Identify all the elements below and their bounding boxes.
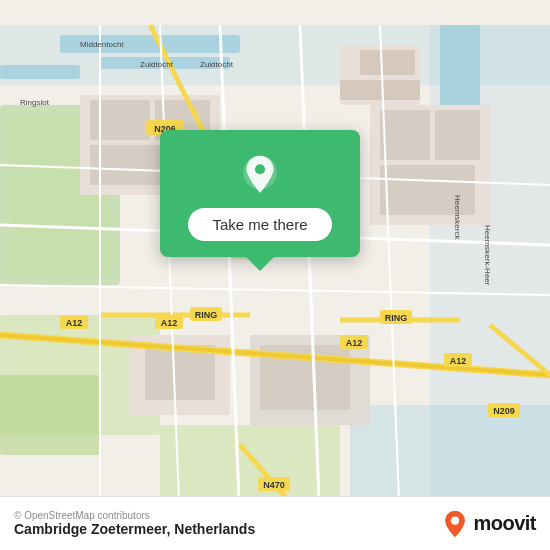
- svg-text:RING: RING: [195, 310, 218, 320]
- take-me-there-button[interactable]: Take me there: [188, 208, 331, 241]
- svg-text:A12: A12: [66, 318, 83, 328]
- svg-rect-21: [435, 110, 480, 160]
- map-container: N206 A12 A12 A12 A12 RING RING N470 N209…: [0, 0, 550, 550]
- location-pin-icon: [238, 154, 282, 198]
- svg-text:Ringslot: Ringslot: [20, 98, 50, 107]
- svg-text:Heemskerck: Heemskerck: [453, 195, 462, 240]
- svg-text:A12: A12: [346, 338, 363, 348]
- location-popup: Take me there: [160, 130, 360, 257]
- location-info: © OpenStreetMap contributors Cambridge Z…: [14, 510, 255, 537]
- moovit-logo: moovit: [441, 510, 536, 538]
- svg-rect-4: [0, 65, 80, 79]
- map-attribution: © OpenStreetMap contributors: [14, 510, 255, 521]
- svg-text:A12: A12: [161, 318, 178, 328]
- svg-text:RING: RING: [385, 313, 408, 323]
- svg-point-73: [451, 516, 459, 524]
- svg-text:Zuidtocht: Zuidtocht: [140, 60, 174, 69]
- svg-text:N209: N209: [493, 406, 515, 416]
- moovit-pin-icon: [441, 510, 469, 538]
- svg-text:Middentocht: Middentocht: [80, 40, 124, 49]
- svg-rect-10: [340, 80, 420, 100]
- svg-text:Heemskerk-Heer: Heemskerk-Heer: [483, 225, 492, 286]
- svg-rect-9: [360, 50, 415, 75]
- map-background: N206 A12 A12 A12 A12 RING RING N470 N209…: [0, 0, 550, 550]
- svg-rect-20: [380, 110, 430, 160]
- svg-rect-24: [0, 375, 100, 455]
- svg-text:A12: A12: [450, 356, 467, 366]
- svg-text:N470: N470: [263, 480, 285, 490]
- svg-text:Zuidtocht: Zuidtocht: [200, 60, 234, 69]
- svg-point-72: [255, 164, 265, 174]
- moovit-brand-text: moovit: [473, 512, 536, 535]
- bottom-bar: © OpenStreetMap contributors Cambridge Z…: [0, 496, 550, 550]
- location-name: Cambridge Zoetermeer, Netherlands: [14, 521, 255, 537]
